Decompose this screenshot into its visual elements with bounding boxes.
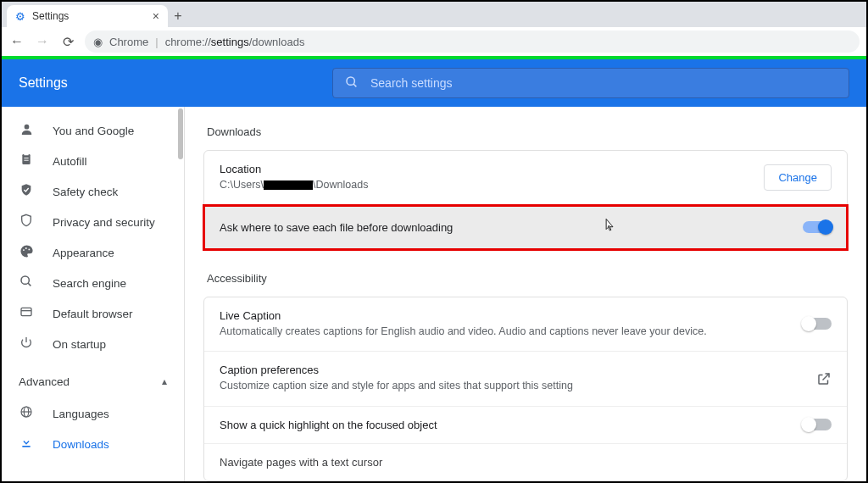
page-title: Settings <box>19 75 315 91</box>
sidebar-item-appearance[interactable]: Appearance <box>2 237 184 268</box>
tab-title: Settings <box>32 10 69 22</box>
quick-highlight-label: Show a quick highlight on the focused ob… <box>220 419 793 431</box>
section-label: Advanced <box>19 375 70 388</box>
sidebar-item-label: Appearance <box>53 247 114 259</box>
main-content: Downloads Location C:\Users\\Downloads C… <box>185 107 866 481</box>
sidebar-item-downloads[interactable]: Downloads <box>2 429 184 459</box>
sidebar-item-label: Default browser <box>53 308 133 320</box>
sidebar-item-autofill[interactable]: Autofill <box>2 146 184 176</box>
chevron-up-icon: ▴ <box>162 375 167 387</box>
accessibility-card: Live Caption Automatically creates capti… <box>203 297 848 481</box>
downloads-card: Location C:\Users\\Downloads Change Ask … <box>203 150 848 250</box>
ask-where-toggle[interactable] <box>803 221 832 233</box>
sidebar-item-label: Downloads <box>53 438 109 451</box>
quick-highlight-toggle[interactable] <box>803 419 832 430</box>
live-caption-toggle[interactable] <box>803 318 832 330</box>
svg-rect-4 <box>24 153 28 156</box>
close-icon[interactable]: × <box>153 9 159 23</box>
power-icon <box>19 336 34 353</box>
reload-button[interactable]: ⟳ <box>59 34 76 50</box>
sidebar-item-label: Safety check <box>53 186 118 198</box>
svg-rect-3 <box>22 154 30 164</box>
svg-point-7 <box>23 249 25 251</box>
external-link-icon <box>816 371 832 386</box>
forward-button[interactable]: → <box>34 34 51 49</box>
ask-where-label: Ask where to save each file before downl… <box>220 221 793 234</box>
search-input[interactable] <box>370 76 837 90</box>
sidebar-item-label: You and Google <box>53 125 134 137</box>
person-icon <box>19 122 34 140</box>
caption-pref-sub: Customize caption size and style for app… <box>220 379 806 394</box>
svg-point-10 <box>21 276 29 284</box>
chrome-icon: ◉ <box>93 36 103 48</box>
sidebar-item-languages[interactable]: Languages <box>2 398 184 429</box>
palette-icon <box>19 244 34 262</box>
shield-check-icon <box>19 183 34 200</box>
sidebar-section-advanced[interactable]: Advanced ▴ <box>2 364 184 398</box>
svg-rect-12 <box>21 308 31 315</box>
section-title-accessibility: Accessibility <box>207 272 848 285</box>
section-title-downloads: Downloads <box>207 125 848 138</box>
svg-line-1 <box>353 84 356 86</box>
live-caption-row: Live Caption Automatically creates capti… <box>204 297 847 353</box>
location-path: C:\Users\\Downloads <box>220 178 754 193</box>
browser-icon <box>19 305 34 322</box>
search-settings[interactable] <box>332 68 849 98</box>
address-bar[interactable]: ◉ Chrome | chrome://settings/downloads <box>85 31 860 53</box>
svg-rect-17 <box>22 446 30 447</box>
caption-pref-label: Caption preferences <box>220 364 806 376</box>
svg-point-2 <box>24 124 29 129</box>
svg-line-11 <box>28 283 31 286</box>
svg-point-9 <box>28 248 30 250</box>
browser-tab[interactable]: ⚙ Settings × <box>7 5 168 27</box>
sidebar-item-label: On startup <box>53 338 106 351</box>
sidebar-item-label: Search engine <box>53 277 126 290</box>
sidebar-item-privacy[interactable]: Privacy and security <box>2 207 184 237</box>
sidebar-item-label: Privacy and security <box>53 216 155 229</box>
clipboard-icon <box>19 153 34 169</box>
sidebar: You and Google Autofill Safety check Pri… <box>2 107 185 481</box>
new-tab-button[interactable]: + <box>168 8 188 27</box>
svg-rect-5 <box>24 158 28 158</box>
sidebar-item-you-and-google[interactable]: You and Google <box>2 115 184 146</box>
svg-rect-6 <box>24 160 28 161</box>
location-label: Location <box>220 163 754 175</box>
ask-where-row[interactable]: Ask where to save each file before downl… <box>204 206 847 249</box>
location-row: Location C:\Users\\Downloads Change <box>204 151 847 206</box>
sidebar-item-label: Autofill <box>53 155 87 168</box>
quick-highlight-row: Show a quick highlight on the focused ob… <box>204 407 847 444</box>
sidebar-item-label: Languages <box>53 408 109 420</box>
navigate-text-cursor-row: Navigate pages with a text cursor <box>204 444 847 480</box>
sidebar-item-default-browser[interactable]: Default browser <box>2 298 184 329</box>
search-icon <box>345 75 359 92</box>
shield-icon <box>19 214 34 230</box>
scrollbar-thumb[interactable] <box>178 108 183 159</box>
svg-point-0 <box>347 77 354 85</box>
sidebar-item-on-startup[interactable]: On startup <box>2 329 184 359</box>
gear-icon: ⚙ <box>15 10 25 23</box>
globe-icon <box>19 405 34 422</box>
address-prefix: Chrome <box>109 36 148 48</box>
change-button[interactable]: Change <box>764 164 832 191</box>
browser-chrome: ⚙ Settings × + ← → ⟳ ◉ Chrome | chrome:/… <box>2 2 866 56</box>
tab-strip: ⚙ Settings × + <box>2 2 866 27</box>
app-header: Settings <box>2 59 866 107</box>
live-caption-label: Live Caption <box>220 309 793 322</box>
address-separator: | <box>155 36 158 48</box>
svg-point-8 <box>25 247 26 249</box>
download-icon <box>19 436 34 452</box>
address-path: chrome://settings/downloads <box>165 36 305 48</box>
back-button[interactable]: ← <box>8 34 25 49</box>
caption-preferences-row[interactable]: Caption preferences Customize caption si… <box>204 352 847 407</box>
redacted-text <box>264 180 313 190</box>
browser-toolbar: ← → ⟳ ◉ Chrome | chrome://settings/downl… <box>2 27 866 56</box>
sidebar-item-safety-check[interactable]: Safety check <box>2 176 184 207</box>
nav-text-cursor-label: Navigate pages with a text cursor <box>220 456 832 469</box>
live-caption-sub: Automatically creates captions for Engli… <box>220 325 793 340</box>
sidebar-item-search-engine[interactable]: Search engine <box>2 268 184 298</box>
search-icon <box>19 275 34 291</box>
